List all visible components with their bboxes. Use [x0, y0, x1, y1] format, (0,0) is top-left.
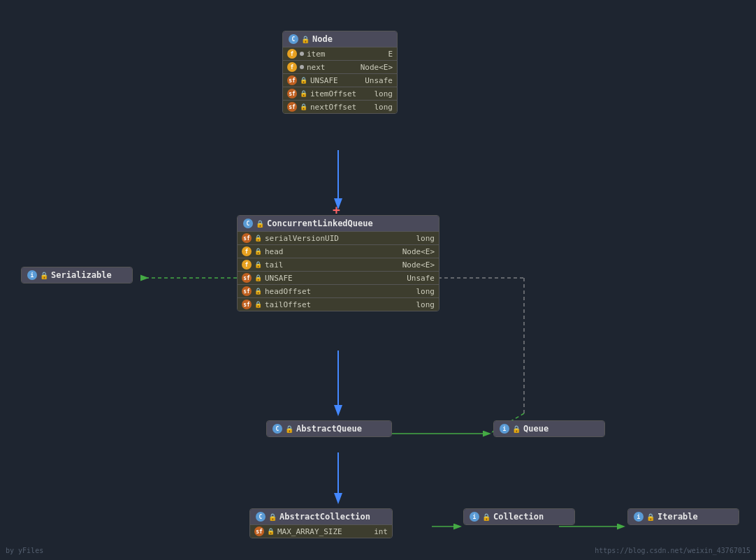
field-svuid: sf 🔒 serialVersionUID long	[238, 231, 439, 244]
abstractcollection-class-box: C 🔒 AbstractCollection sf 🔒 MAX_ARRAY_SI…	[249, 508, 393, 538]
queue-class-box: i 🔒 Queue	[493, 420, 605, 437]
abstractcollection-body: sf 🔒 MAX_ARRAY_SIZE int	[250, 524, 392, 538]
interface-icon: i	[634, 512, 644, 522]
node-body: f item E f next Node<E> sf 🔒 UNSAFE Unsa…	[283, 47, 397, 113]
field-name: headOffset	[265, 287, 311, 296]
lock-badge: 🔒	[301, 36, 310, 43]
field-value: E	[388, 50, 393, 59]
field-icon: sf	[242, 300, 252, 309]
interface-icon: i	[500, 424, 509, 434]
lock-icon: 🔒	[267, 528, 275, 535]
abstractqueue-header: C 🔒 AbstractQueue	[267, 421, 391, 436]
clq-header: C 🔒 ConcurrentLinkedQueue	[238, 216, 439, 231]
field-tailoffset: sf 🔒 tailOffset long	[238, 297, 439, 311]
field-icon: f	[242, 260, 252, 270]
field-icon: sf	[287, 89, 297, 98]
field-value: long	[416, 234, 435, 243]
field-name: serialVersionUID	[265, 234, 339, 243]
field-headoffset: sf 🔒 headOffset long	[238, 284, 439, 297]
interface-icon: i	[27, 270, 37, 280]
field-icon: f	[242, 246, 252, 256]
lock-icon: 🔒	[300, 90, 307, 97]
collection-header: i 🔒 Collection	[464, 509, 574, 524]
lock-badge: 🔒	[40, 272, 48, 279]
field-value: Node<E>	[361, 63, 393, 72]
clq-title: ConcurrentLinkedQueue	[267, 219, 373, 228]
queue-title: Queue	[523, 424, 548, 434]
class-icon: C	[272, 424, 282, 434]
field-icon: sf	[242, 233, 252, 243]
abstractqueue-title: AbstractQueue	[296, 424, 362, 434]
field-icon: sf	[242, 286, 252, 296]
lock-icon: 🔒	[300, 103, 307, 110]
dot	[300, 52, 304, 56]
iterable-title: Iterable	[657, 512, 698, 522]
field-icon: f	[287, 62, 297, 72]
dot	[300, 65, 304, 69]
field-name: MAX_ARRAY_SIZE	[277, 527, 342, 536]
field-value: Node<E>	[402, 247, 435, 256]
lock-badge: 🔒	[646, 513, 655, 521]
field-value: Unsafe	[365, 76, 393, 85]
field-itemoffset: sf 🔒 itemOffset long	[283, 87, 397, 100]
queue-header: i 🔒 Queue	[494, 421, 604, 436]
field-icon: f	[287, 49, 297, 59]
node-class-box: C 🔒 Node f item E f next Node<E> sf 🔒 UN…	[282, 31, 398, 114]
lock-icon: 🔒	[254, 301, 262, 308]
collection-title: Collection	[493, 512, 544, 522]
clq-body: sf 🔒 serialVersionUID long f 🔒 head Node…	[238, 231, 439, 311]
lock-icon: 🔒	[300, 77, 307, 84]
field-maxarraysize: sf 🔒 MAX_ARRAY_SIZE int	[250, 524, 392, 538]
clq-class-box: C 🔒 ConcurrentLinkedQueue sf 🔒 serialVer…	[237, 215, 439, 311]
field-icon: sf	[242, 273, 252, 283]
field-value: long	[375, 103, 393, 112]
field-item: f item E	[283, 47, 397, 60]
field-nextoffset: sf 🔒 nextOffset long	[283, 100, 397, 113]
class-icon: C	[289, 34, 298, 44]
field-name: nextOffset	[310, 103, 356, 112]
field-next: f next Node<E>	[283, 60, 397, 73]
field-value: long	[416, 300, 435, 309]
serializable-title: Serializable	[51, 270, 112, 280]
field-name: next	[307, 63, 326, 72]
lock-badge: 🔒	[256, 220, 264, 228]
lock-badge: 🔒	[268, 513, 277, 521]
class-icon: C	[243, 219, 253, 228]
abstractqueue-class-box: C 🔒 AbstractQueue	[266, 420, 392, 437]
field-name: UNSAFE	[265, 274, 293, 283]
watermark-text: by yFiles	[6, 547, 43, 554]
lock-icon: 🔒	[254, 261, 262, 268]
interface-icon: i	[470, 512, 479, 522]
field-unsafe2: sf 🔒 UNSAFE Unsafe	[238, 271, 439, 284]
lock-badge: 🔒	[285, 425, 293, 433]
field-icon: sf	[254, 526, 264, 536]
node-header: C 🔒 Node	[283, 31, 397, 47]
abstractcollection-header: C 🔒 AbstractCollection	[250, 509, 392, 524]
field-icon: sf	[287, 102, 297, 112]
field-name: head	[265, 247, 284, 256]
url-text: https://blog.csdn.net/weixin_43767015	[595, 547, 750, 554]
field-name: item	[307, 50, 326, 59]
lock-icon: 🔒	[254, 274, 262, 281]
collection-class-box: i 🔒 Collection	[463, 508, 575, 525]
field-icon: sf	[287, 75, 297, 85]
class-icon: C	[256, 512, 266, 522]
field-value: int	[374, 527, 388, 536]
field-name: tailOffset	[265, 300, 311, 309]
node-title: Node	[312, 34, 333, 44]
serializable-class-box: i 🔒 Serializable	[21, 267, 133, 283]
field-value: Unsafe	[407, 274, 435, 283]
field-value: Node<E>	[402, 260, 435, 270]
lock-icon: 🔒	[254, 288, 262, 295]
field-unsafe: sf 🔒 UNSAFE Unsafe	[283, 73, 397, 87]
field-tail: f 🔒 tail Node<E>	[238, 258, 439, 271]
field-head: f 🔒 head Node<E>	[238, 244, 439, 258]
lock-badge: 🔒	[512, 425, 521, 433]
iterable-class-box: i 🔒 Iterable	[627, 508, 739, 525]
iterable-header: i 🔒 Iterable	[628, 509, 739, 524]
field-name: tail	[265, 260, 284, 270]
abstractcollection-title: AbstractCollection	[279, 512, 370, 522]
field-name: itemOffset	[310, 89, 356, 98]
field-name: UNSAFE	[310, 76, 338, 85]
field-value: long	[416, 287, 435, 296]
